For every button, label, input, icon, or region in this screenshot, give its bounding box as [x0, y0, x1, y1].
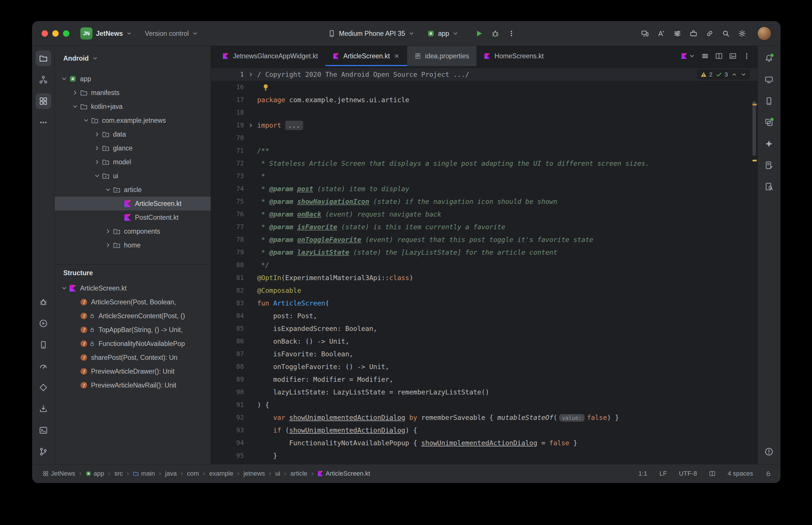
previous-problem-icon[interactable] — [732, 72, 737, 77]
tree-chevron[interactable] — [59, 285, 69, 291]
code-line-92[interactable]: 92 var showUnimplementedActionDialog by … — [211, 411, 757, 424]
tree-chevron[interactable] — [103, 186, 113, 193]
project-view-selector[interactable]: Android — [55, 46, 211, 71]
tool-button-run-tool-window[interactable] — [35, 316, 51, 331]
tree-chevron[interactable] — [59, 76, 69, 82]
tree-item-model[interactable]: model — [55, 155, 211, 169]
structure-item-previewarticlenavrail-unit[interactable]: PreviewArticleNavRail(): Unit — [55, 378, 211, 392]
indent-setting[interactable]: 4 spaces — [728, 470, 753, 477]
tree-chevron[interactable] — [103, 242, 113, 248]
tool-button-commit[interactable] — [35, 72, 51, 88]
tool-button-assistant[interactable] — [761, 158, 777, 173]
code-line-87[interactable]: 87 isFavorite: Boolean, — [211, 348, 757, 360]
tab-articlescreen-kt[interactable]: ArticleScreen.kt — [325, 46, 407, 66]
toolbar-ai-assistant-button[interactable] — [654, 27, 668, 41]
code-line-81[interactable]: 81@OptIn(ExperimentalMaterial3Api::class… — [211, 271, 757, 284]
inspections-widget[interactable]: 2 3 — [697, 69, 750, 80]
breadcrumb-article[interactable]: article — [291, 470, 308, 477]
tool-button-profiler[interactable] — [35, 358, 51, 374]
tree-item-postcontent-kt[interactable]: PostContent.kt — [55, 211, 211, 224]
structure-item-articlescreencontent-post[interactable]: ArticleScreenContent(Post, () — [55, 309, 211, 323]
breadcrumb-example[interactable]: example — [209, 470, 233, 477]
titlebar[interactable]: JN JetNews Version control Medium Phone … — [32, 21, 780, 46]
split-editor-button[interactable] — [715, 52, 723, 60]
tree-chevron[interactable] — [92, 159, 102, 165]
version-control-menu[interactable]: Version control — [145, 30, 198, 38]
tab-jetnewsglanceappwidget-kt[interactable]: JetnewsGlanceAppWidget.kt — [215, 46, 325, 66]
structure-item-sharepost-post-context-un[interactable]: sharePost(Post, Context): Un — [55, 350, 211, 364]
code-line-70[interactable]: 70 — [211, 132, 757, 145]
breadcrumb-java[interactable]: java — [165, 470, 177, 477]
toolbar-search-button[interactable] — [719, 27, 733, 41]
project-menu[interactable]: JN JetNews — [80, 27, 132, 40]
breadcrumb-app[interactable]: app — [86, 470, 104, 477]
breadcrumb-src[interactable]: src — [115, 470, 123, 477]
tree-chevron[interactable] — [92, 173, 102, 179]
code-line-89[interactable]: 89 modifier: Modifier = Modifier, — [211, 373, 757, 386]
toolbar-settings-gear-button[interactable] — [735, 27, 749, 41]
tree-item-article[interactable]: article — [55, 183, 211, 197]
code-line-18[interactable]: 18 — [211, 106, 757, 119]
code-line-72[interactable]: 72 * Stateless Article Screen that displ… — [211, 157, 757, 170]
code-editor[interactable]: 1/ Copyright 2020 The Android Open Sourc… — [211, 66, 757, 464]
code-line-17[interactable]: 17package com.example.jetnews.ui.article — [211, 93, 757, 106]
code-line-82[interactable]: 82@Composable — [211, 284, 757, 297]
tool-button-layout-inspector[interactable] — [761, 115, 777, 130]
toolbar-code-tools-button[interactable] — [686, 27, 700, 41]
caret-position[interactable]: 1:1 — [638, 470, 647, 477]
code-line-94[interactable]: 94 FunctionalityNotAvailablePopup { show… — [211, 437, 757, 449]
tool-button-structure[interactable] — [35, 93, 51, 109]
minimize-window-button[interactable] — [52, 30, 59, 37]
tree-item-kotlin-java[interactable]: kotlin+java — [55, 100, 211, 114]
run-button[interactable] — [472, 27, 486, 41]
toolbar-settings-sliders-button[interactable] — [670, 27, 684, 41]
tool-button-build[interactable] — [35, 401, 51, 417]
tree-chevron[interactable] — [92, 131, 102, 137]
tree-item-glance[interactable]: glance — [55, 141, 211, 155]
code-line-1[interactable]: 1/ Copyright 2020 The Android Open Sourc… — [211, 68, 757, 81]
code-line-90[interactable]: 90 lazyListState: LazyListState = rememb… — [211, 386, 757, 399]
tool-button-notifications[interactable] — [761, 50, 777, 66]
tree-chevron[interactable] — [70, 103, 80, 110]
code-line-76[interactable]: 76 * @param onBack (event) request navig… — [211, 208, 757, 221]
structure-item-articlescreen-post-boolean[interactable]: ArticleScreen(Post, Boolean, — [55, 295, 211, 309]
breadcrumb-jetnews[interactable]: jetnews — [243, 470, 265, 477]
code-line-75[interactable]: 75 * @param showNavigationIcon (state) i… — [211, 195, 757, 208]
tool-button-more-tool-windows[interactable] — [35, 115, 51, 130]
hidden-tabs-dropdown[interactable] — [681, 53, 695, 59]
next-problem-icon[interactable] — [741, 72, 747, 77]
breadcrumb-ui[interactable]: ui — [275, 470, 280, 477]
tree-chevron[interactable] — [70, 90, 80, 96]
code-line-80[interactable]: 80 */ — [211, 259, 757, 271]
tree-item-ui[interactable]: ui — [55, 169, 211, 183]
code-line-71[interactable]: 71/** — [211, 145, 757, 157]
fold-marker[interactable] — [248, 72, 254, 77]
intention-bulb-icon[interactable] — [262, 84, 270, 91]
editor-list-button[interactable] — [701, 52, 709, 60]
code-line-95[interactable]: 95 } — [211, 449, 757, 462]
editor-scrollbar[interactable] — [752, 101, 756, 156]
breadcrumb-jetnews[interactable]: JetNews — [43, 470, 75, 477]
tab-homescreens-kt[interactable]: HomeScreens.kt — [476, 46, 551, 66]
tool-button-device-manager[interactable] — [35, 337, 51, 352]
tree-item-app[interactable]: app — [55, 72, 211, 86]
structure-item-articlescreen-kt[interactable]: ArticleScreen.kt — [55, 281, 211, 295]
code-line-91[interactable]: 91) { — [211, 399, 757, 411]
tree-chevron[interactable] — [81, 117, 91, 124]
breadcrumb-articlescreen-kt[interactable]: ArticleScreen.kt — [318, 470, 370, 477]
tool-button-app-inspection[interactable] — [35, 380, 51, 395]
breadcrumb-main[interactable]: main — [133, 470, 155, 477]
code-line-88[interactable]: 88 onToggleFavorite: () -> Unit, — [211, 360, 757, 373]
tree-item-com-example-jetnews[interactable]: com.example.jetnews — [55, 114, 211, 127]
code-line-86[interactable]: 86 onBack: () -> Unit, — [211, 335, 757, 348]
tab-close-button[interactable] — [394, 53, 400, 59]
code-line-83[interactable]: 83fun ArticleScreen( — [211, 297, 757, 310]
device-selector[interactable]: Medium Phone API 35 — [328, 30, 414, 38]
tool-button-terminal[interactable] — [35, 422, 51, 438]
fold-marker[interactable] — [248, 122, 254, 128]
unlock-icon[interactable] — [765, 470, 771, 477]
warning-stripe-mark[interactable] — [752, 160, 757, 162]
code-line-73[interactable]: 73 * — [211, 170, 757, 182]
structure-item-topappbar-string-unit[interactable]: TopAppBar(String, () -> Unit, — [55, 323, 211, 337]
tool-button-running-devices[interactable] — [761, 93, 777, 109]
